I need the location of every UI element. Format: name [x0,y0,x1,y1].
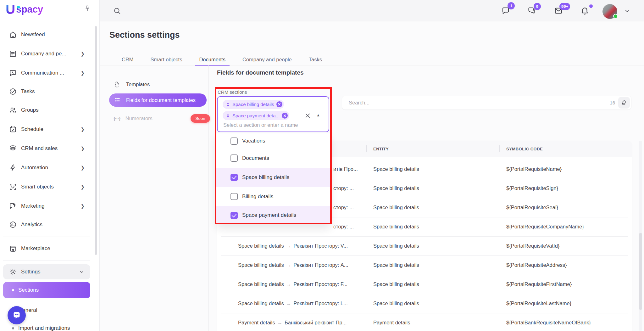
subnav-fields-label: Fields for document templates [126,97,196,103]
option-label: Space billing details [242,174,289,181]
row-entity: Payment details [373,313,499,331]
sidebar-item-label: Settings [21,269,79,275]
tab-tasks[interactable]: Tasks [300,53,330,65]
dropdown-option-vacations[interactable]: Vacations [216,133,330,149]
checkbox-checked-icon[interactable] [230,212,238,219]
row-name-prefix: Space billing details [238,243,284,249]
section-search-placeholder[interactable]: Select a section or enter a name [223,122,327,128]
person-icon [225,102,230,107]
sidebar-item-label: Newsfeed [21,31,85,38]
sidebar-item-schedule[interactable]: Schedule❯ [3,121,90,137]
row-symbolic-code: ${PortalRequisiteCompanyName} [506,217,629,236]
sidebar-item-company-and-pe[interactable]: Company and pe...❯ [3,46,90,62]
sidebar-item-label: Smart objects [21,184,80,190]
dropdown-option-space-billing-details[interactable]: Space billing details [216,168,330,187]
subnav-templates[interactable]: Templates [109,78,207,91]
table-row[interactable]: Payment details→Банківський реквізит Пр.… [217,313,632,331]
row-symbolic-code: ${PortalBankRequisiteNameOfBank} [506,313,629,331]
sidebar-item-label: Schedule [21,126,80,132]
tab-crm[interactable]: CRM [113,53,142,65]
sidebar-item-newsfeed[interactable]: Newsfeed [3,27,90,42]
logo-u-icon: U [6,2,15,17]
clear-all-icon[interactable] [304,112,311,119]
sidebar: U spacy NewsfeedCompany and pe...❯Commun… [0,0,100,331]
search-icon[interactable] [113,7,121,15]
checkbox-unchecked-icon[interactable] [230,154,238,162]
sidebar-item-smart-objects[interactable]: Smart objects❯ [3,179,90,195]
row-name: Реквізит Простору: L... [293,300,347,306]
checkbox-unchecked-icon[interactable] [230,193,238,200]
sidebar-item-label: Communication ... [21,70,80,76]
sidebar-item-label: General [18,307,85,313]
chevron-right-icon: ❯ [80,184,85,190]
row-symbolic-code: ${PortalRequisiteSeal} [506,198,629,217]
table-row[interactable]: Space billing details→Реквізит Простору:… [217,294,632,313]
dropdown-option-billing-details[interactable]: Billing details [216,187,330,206]
tab-documents[interactable]: Documents [191,53,234,65]
numerators-icon: {···} [114,116,120,121]
mail-badge: 99+ [559,3,570,10]
remove-chip-icon[interactable]: ✕ [276,101,282,107]
subnav-fields-for-document-templates[interactable]: Fields for document templates [109,93,207,107]
table-row[interactable]: Space billing details→Реквізит Простору:… [217,236,632,255]
crm-sections-select[interactable]: Space billing details ✕ Space payment de… [217,96,329,132]
bell-icon[interactable] [580,6,589,15]
sidebar-item-label: Tasks [21,88,85,95]
sidebar-divider [3,261,90,261]
checkbox-checked-icon[interactable] [230,174,238,181]
column-header-symbolic-code[interactable]: SYMBOLIC CODE [506,141,543,157]
chevron-down-icon[interactable] [624,8,631,14]
sidebar-item-automation[interactable]: Automation❯ [3,160,90,176]
search-box: 16 [342,96,631,110]
page-title: Sections settings [109,30,180,40]
main-scrollbar[interactable] [639,233,642,310]
pin-sidebar-icon[interactable] [84,5,91,12]
chevron-right-icon: ❯ [80,126,85,132]
sidebar-item-marketplace[interactable]: Marketplace [3,241,90,256]
sidebar-item-groups[interactable]: Groups [3,102,90,118]
search-result-count: 16 [610,100,615,105]
row-name: стору: ... [333,224,354,230]
sidebar-item-crm-and-sales[interactable]: CRM and sales❯ [3,141,90,156]
section-tabs: CRM Smart objects Documents Company and … [113,53,330,65]
analytics-icon [9,221,17,229]
collapse-caret-icon[interactable]: ▲ [316,113,320,117]
row-entity: Space billing details [373,255,499,275]
dropdown-option-space-payment-details[interactable]: Space payment details [216,206,330,224]
marketing-icon [9,202,17,210]
checkbox-unchecked-icon[interactable] [230,137,238,145]
sidebar-item-analytics[interactable]: Analytics [3,217,90,233]
option-label: Space payment details [242,212,296,218]
row-name-prefix: Space billing details [238,262,284,268]
table-row[interactable]: Space billing details→Реквізит Простору:… [217,275,632,294]
sidebar-item-marketing[interactable]: Marketing❯ [3,198,90,214]
sidebar-item-tasks[interactable]: Tasks [3,84,90,99]
row-entity: Space billing details [373,275,499,294]
search-input[interactable] [349,100,610,106]
app-logo[interactable]: U spacy [6,2,43,17]
sidebar-item-label: Automation [21,165,80,171]
crm-icon [9,144,17,153]
row-name: Реквізит Простору: V... [293,243,348,249]
clear-filter-button[interactable] [618,97,630,109]
sidebar-item-label: Import and migrations [18,325,85,331]
sidebar-scrollbar[interactable] [95,26,97,255]
column-header-entity[interactable]: ENTITY [373,141,389,157]
row-name: Реквізит Простору: F... [293,281,347,287]
dropdown-option-documents[interactable]: Documents [216,149,330,168]
table-row[interactable]: Space billing details→Реквізит Простору:… [217,255,632,275]
tab-company-and-people[interactable]: Company and people [234,53,300,65]
sidebar-item-sections[interactable]: Sections [3,282,90,298]
option-label: Billing details [242,194,273,200]
sidebar-item-label: Marketing [21,203,80,209]
row-symbolic-code: ${PortalRequisiteName} [506,160,629,179]
sidebar-item-communication[interactable]: Communication ...❯ [3,65,90,81]
chat-launcher-button[interactable] [8,306,26,324]
remove-chip-icon[interactable]: ✕ [282,113,288,119]
row-symbolic-code: ${PortalRequisiteLastName} [506,294,629,313]
row-name: Банківський реквізит Пр... [285,320,347,326]
sidebar-item-settings[interactable]: Settings [3,264,90,279]
soon-badge: Soon [191,114,210,123]
tab-smart-objects[interactable]: Smart objects [142,53,191,65]
sidebar-item-label: Analytics [21,222,85,228]
